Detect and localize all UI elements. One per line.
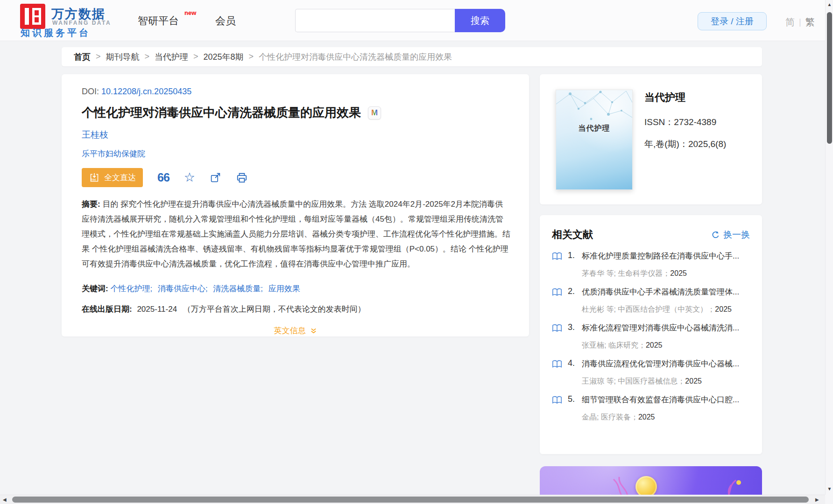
related-item: 2. 优质消毒供应中心手术器械清洗质量管理体... 杜光彬 等; 中西医结合护理… xyxy=(552,287,750,315)
related-item-source: 杜光彬 等; 中西医结合护理（中英文）； xyxy=(582,305,715,313)
scrollbar-corner xyxy=(825,495,833,504)
page-title: 个性化护理对消毒供应中心清洗器械质量的应用效果 xyxy=(82,105,361,121)
abstract-text: 目的 探究个性化护理在提升消毒供应中心清洗器械质量中的应用效果。方法 选取202… xyxy=(82,200,510,268)
related-item-source: 王淑琼 等; 中国医疗器械信息； xyxy=(582,377,685,385)
related-item-year: 2025 xyxy=(685,377,702,385)
favorite-star-icon[interactable]: ☆ xyxy=(184,171,195,184)
cover-title: 当代护理 xyxy=(556,124,632,133)
horizontal-scrollbar[interactable]: ◀ ▶ xyxy=(0,495,825,504)
book-icon xyxy=(552,251,568,263)
affiliation-link[interactable]: 乐平市妇幼保健院 xyxy=(82,148,509,159)
related-item: 3. 标准化流程管理对消毒供应中心器械清洗消... 张亚楠; 临床研究；2025 xyxy=(552,322,750,351)
related-item-title[interactable]: 消毒供应流程优化管理对消毒供应中心器械... xyxy=(582,358,750,371)
scroll-down-arrow[interactable]: ▼ xyxy=(826,486,833,491)
wanfang-logo-icon[interactable] xyxy=(20,4,45,29)
breadcrumb-issue[interactable]: 2025年8期 xyxy=(204,51,244,63)
action-toolbar: free 全文直达 66 ☆ xyxy=(82,168,509,187)
related-item-source: 茅春华 等; 生命科学仪器； xyxy=(582,269,670,277)
fulltext-button[interactable]: free 全文直达 xyxy=(82,168,143,187)
breadcrumb-separator: > xyxy=(249,52,254,62)
related-item-year: 2025 xyxy=(715,305,732,313)
keyword-link[interactable]: 应用效果 xyxy=(268,284,300,293)
related-item-number: 1. xyxy=(568,251,582,263)
nav-item-zhiyan[interactable]: 智研平台 new xyxy=(138,14,179,28)
keyword-link[interactable]: 消毒供应中心 xyxy=(158,284,205,293)
related-item-year: 2025 xyxy=(646,341,663,349)
search-input[interactable] xyxy=(295,9,455,32)
keyword-link[interactable]: 个性化护理 xyxy=(110,284,150,293)
english-info-toggle[interactable]: 英文信息 xyxy=(82,325,509,336)
share-icon[interactable] xyxy=(210,172,221,183)
language-switch: 简 | 繁 xyxy=(785,16,815,28)
breadcrumb-home[interactable]: 首页 xyxy=(74,51,91,63)
new-badge: new xyxy=(184,9,196,16)
refresh-label: 换一换 xyxy=(723,229,750,241)
doi-row: DOI: 10.12208/j.cn.20250435 xyxy=(82,87,509,97)
issn-value: 2732-4389 xyxy=(674,117,716,127)
lang-traditional[interactable]: 繁 xyxy=(805,16,815,28)
abstract-label: 摘要: xyxy=(82,200,100,209)
medline-badge[interactable]: M xyxy=(368,106,381,119)
journal-title[interactable]: 当代护理 xyxy=(644,91,726,105)
brand-tagline: 知识服务平台 xyxy=(21,27,91,39)
doi-link[interactable]: 10.12208/j.cn.20250435 xyxy=(101,87,191,96)
related-item-number: 2. xyxy=(568,287,582,299)
free-download-icon: free xyxy=(89,172,100,183)
refresh-button[interactable]: 换一换 xyxy=(711,229,750,241)
related-item: 1. 标准化护理质量控制路径在消毒供应中心手... 茅春华 等; 生命科学仪器；… xyxy=(552,251,750,280)
related-item-title[interactable]: 细节管理联合有效监督在消毒供应中心口腔... xyxy=(582,394,750,406)
publish-date-row: 在线出版日期: 2025-11-24 （万方平台首次上网日期，不代表论文的发表时… xyxy=(82,304,509,315)
badge-letter: M xyxy=(371,108,378,117)
related-item: 4. 消毒供应流程优化管理对消毒供应中心器械... 王淑琼 等; 中国医疗器械信… xyxy=(552,358,750,387)
related-item-source: 张亚楠; 临床研究； xyxy=(582,341,646,349)
search-bar: 搜索 xyxy=(295,9,505,32)
breadcrumb-journal[interactable]: 当代护理 xyxy=(155,51,188,63)
scroll-left-arrow[interactable]: ◀ xyxy=(3,497,7,502)
related-item: 5. 细节管理联合有效监督在消毒供应中心口腔... 金晶; 医疗装备；2025 xyxy=(552,394,750,423)
vertical-scrollbar-thumb[interactable] xyxy=(827,12,832,144)
vertical-scrollbar[interactable]: ▲ ▼ xyxy=(825,0,833,504)
journal-volume: 年,卷(期)：2025,6(8) xyxy=(644,138,726,150)
english-info-label: 英文信息 xyxy=(274,326,306,335)
publish-date: 2025-11-24 xyxy=(137,305,177,314)
print-icon[interactable] xyxy=(236,172,248,184)
journal-issn: ISSN：2732-4389 xyxy=(644,116,726,128)
scroll-up-arrow[interactable]: ▲ xyxy=(826,2,833,7)
breadcrumb-separator: > xyxy=(145,52,150,62)
journal-cover[interactable]: 当代护理 xyxy=(556,90,633,190)
related-item-number: 4. xyxy=(568,358,582,371)
related-item-year: 2025 xyxy=(638,413,655,421)
scroll-right-arrow[interactable]: ▶ xyxy=(815,497,819,502)
logo-shape xyxy=(25,8,29,25)
login-register-button[interactable]: 登录 / 注册 xyxy=(698,12,767,30)
keywords-row: 关键词: 个性化护理; 消毒供应中心; 清洗器械质量; 应用效果 xyxy=(82,283,509,294)
brand-name-en: WANFANG DATA xyxy=(52,20,111,26)
keyword-separator: ; xyxy=(205,284,208,293)
chevron-double-down-icon xyxy=(310,328,317,335)
logo-shape xyxy=(35,15,39,17)
volume-label: 年,卷(期)： xyxy=(644,139,688,149)
book-icon xyxy=(552,394,568,406)
keyword-link[interactable]: 清洗器械质量 xyxy=(213,284,261,293)
related-item-title[interactable]: 优质消毒供应中心手术器械清洗质量管理体... xyxy=(582,287,750,299)
related-item-title[interactable]: 标准化流程管理对消毒供应中心器械清洗消... xyxy=(582,322,750,335)
book-icon xyxy=(552,287,568,299)
breadcrumb-separator: > xyxy=(193,52,198,62)
nav-item-member[interactable]: 会员 xyxy=(215,14,236,28)
breadcrumb-journal-nav[interactable]: 期刊导航 xyxy=(106,51,140,63)
related-title: 相关文献 xyxy=(552,228,593,242)
breadcrumb: 首页 > 期刊导航 > 当代护理 > 2025年8期 > 个性化护理对消毒供应中… xyxy=(62,47,762,66)
horizontal-scrollbar-thumb[interactable] xyxy=(12,497,809,503)
free-label: free xyxy=(91,177,97,181)
publish-date-note: （万方平台首次上网日期，不代表论文的发表时间） xyxy=(183,305,366,314)
cite-icon[interactable]: 66 xyxy=(157,172,169,183)
related-item-source: 金晶; 医疗装备； xyxy=(582,413,638,421)
related-item-number: 5. xyxy=(568,394,582,406)
search-button[interactable]: 搜索 xyxy=(455,9,505,32)
lang-simplified[interactable]: 简 xyxy=(785,16,795,28)
author-link[interactable]: 王桂枝 xyxy=(82,129,509,141)
related-item-year: 2025 xyxy=(670,269,687,277)
related-item-title[interactable]: 标准化护理质量控制路径在消毒供应中心手... xyxy=(582,251,750,263)
fulltext-label: 全文直达 xyxy=(104,172,136,183)
page: 万方数据 WANFANG DATA 知识服务平台 智研平台 new 会员 搜索 … xyxy=(0,0,833,504)
